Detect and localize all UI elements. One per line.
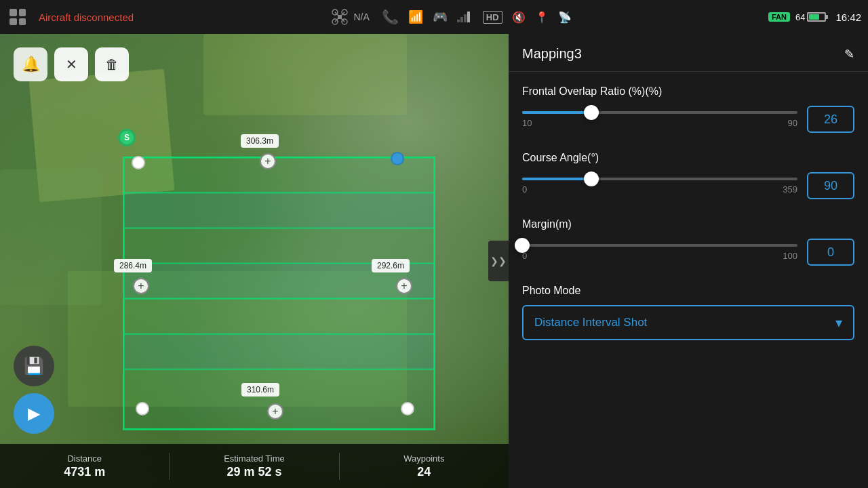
margin-label: Margin(m) <box>522 218 854 230</box>
collapse-icon: ❯❯ <box>490 256 507 266</box>
start-waypoint: S <box>118 129 136 146</box>
frontal-overlap-slider-row: 10 90 26 <box>522 106 854 133</box>
waypoints-label: Waypoints <box>345 453 503 464</box>
right-panel: Mapping3 ✎ Frontal Overlap Ratio (%)(%) … <box>509 34 868 488</box>
margin-track[interactable] <box>522 244 797 247</box>
rc-icon: 🎮 <box>433 9 448 24</box>
frontal-overlap-group: Frontal Overlap Ratio (%)(%) 10 90 26 <box>522 85 854 133</box>
status-bar: Aircraft disconnected N/A 📞 📶 🎮 <box>0 0 868 34</box>
close-button[interactable]: ✕ <box>54 47 88 81</box>
course-angle-value[interactable]: 90 <box>807 172 854 199</box>
distance-left: 286.4m <box>114 259 152 272</box>
play-icon: ▶ <box>28 404 40 423</box>
frontal-overlap-fill <box>522 111 591 114</box>
battery-fill <box>809 14 818 20</box>
main-content: 🔔 ✕ 🗑 ❯❯ S 306.3m 286.4m 292.6m 310.6m + <box>0 34 868 488</box>
grid-menu-icon[interactable] <box>7 6 28 28</box>
svg-rect-8 <box>460 17 463 22</box>
battery-percent: 64 <box>795 12 805 22</box>
hd-badge: HD <box>483 11 502 24</box>
waypoint-bottom-right[interactable] <box>401 402 414 415</box>
course-angle-max: 359 <box>783 184 797 195</box>
course-angle-track[interactable] <box>522 178 797 180</box>
waypoint-bottom-left[interactable] <box>136 402 149 415</box>
save-icon: 💾 <box>24 357 44 375</box>
photo-mode-label: Photo Mode <box>522 285 854 297</box>
play-button[interactable]: ▶ <box>14 393 54 434</box>
distance-top: 306.3m <box>241 134 279 148</box>
drone-na-label: N/A <box>353 12 369 22</box>
svg-rect-7 <box>457 20 460 22</box>
field-patch-4 <box>68 271 407 407</box>
status-bar-center: N/A 📞 📶 🎮 HD 🔇 📍 📡 <box>134 7 768 26</box>
drone-status: N/A <box>330 7 369 26</box>
location-icon: 📍 <box>535 11 549 24</box>
course-angle-slider-container: 0 359 <box>522 178 797 195</box>
svg-rect-9 <box>464 14 467 22</box>
map-top-controls: 🔔 ✕ 🗑 <box>14 47 129 81</box>
status-bar-left: Aircraft disconnected <box>7 6 134 28</box>
edit-icon[interactable]: ✎ <box>844 47 854 62</box>
frontal-overlap-range: 10 90 <box>522 118 797 128</box>
wifi-icon: 📡 <box>558 11 572 24</box>
margin-group: Margin(m) 0 100 0 <box>522 218 854 266</box>
status-icons: 📞 📶 🎮 HD 🔇 📍 📡 <box>382 9 572 25</box>
battery-indicator: 64 <box>795 12 826 22</box>
drone-icon <box>330 7 349 26</box>
add-waypoint-right[interactable]: + <box>396 278 412 294</box>
frontal-overlap-max: 90 <box>788 118 797 128</box>
distance-right: 292.6m <box>372 259 410 272</box>
course-angle-group: Course Angle(°) 0 359 90 <box>522 152 854 199</box>
svg-rect-10 <box>467 12 470 22</box>
close-icon: ✕ <box>66 56 77 73</box>
signal-icon: 📶 <box>408 9 423 24</box>
course-angle-thumb[interactable] <box>584 171 599 186</box>
add-waypoint-bottom[interactable]: + <box>267 403 283 420</box>
delete-button[interactable]: 🗑 <box>95 47 129 81</box>
panel-body: Frontal Overlap Ratio (%)(%) 10 90 26 <box>509 72 868 354</box>
add-waypoint-top[interactable]: + <box>260 153 276 169</box>
waypoints-value: 24 <box>345 465 503 479</box>
course-angle-range: 0 359 <box>522 184 797 195</box>
frontal-overlap-value[interactable]: 26 <box>807 106 854 133</box>
time-label: Estimated Time <box>175 453 333 464</box>
photo-mode-dropdown[interactable]: Distance Interval Shot ▾ <box>522 305 854 340</box>
waypoint-top-right[interactable] <box>391 152 404 165</box>
action-buttons: 💾 ▶ <box>14 346 54 434</box>
notification-button[interactable]: 🔔 <box>14 47 47 81</box>
waypoint-top-left[interactable] <box>132 156 145 169</box>
dropdown-arrow-icon: ▾ <box>835 314 842 331</box>
frontal-overlap-thumb[interactable] <box>584 105 599 120</box>
field-patch-3 <box>203 34 407 115</box>
start-label: S <box>124 133 130 142</box>
stat-waypoints: Waypoints 24 <box>340 448 509 485</box>
volume-icon: 🔇 <box>512 11 526 24</box>
photo-mode-value: Distance Interval Shot <box>534 316 647 329</box>
frontal-overlap-label: Frontal Overlap Ratio (%)(%) <box>522 85 854 98</box>
frontal-overlap-track[interactable] <box>522 111 797 114</box>
save-button[interactable]: 💾 <box>14 346 54 386</box>
signal-bars-icon <box>457 12 473 22</box>
course-angle-fill <box>522 178 591 180</box>
svg-rect-6 <box>338 15 342 19</box>
collapse-panel-button[interactable]: ❯❯ <box>488 241 509 281</box>
distance-label: Distance <box>5 453 163 464</box>
margin-value[interactable]: 0 <box>807 239 854 266</box>
battery-box <box>807 12 826 22</box>
status-bar-right: FAN 64 16:42 <box>768 12 861 23</box>
course-angle-slider-row: 0 359 90 <box>522 172 854 199</box>
stat-distance: Distance 4731 m <box>0 448 169 485</box>
bottom-stats-bar: Distance 4731 m Estimated Time 29 m 52 s… <box>0 444 509 488</box>
frontal-overlap-min: 10 <box>522 118 532 128</box>
panel-header: Mapping3 ✎ <box>509 34 868 72</box>
margin-thumb[interactable] <box>515 238 530 253</box>
map-area[interactable]: 🔔 ✕ 🗑 ❯❯ S 306.3m 286.4m 292.6m 310.6m + <box>0 34 509 488</box>
aircraft-status: Aircraft disconnected <box>39 12 134 23</box>
course-angle-min: 0 <box>522 184 527 195</box>
distance-value: 4731 m <box>5 465 163 479</box>
distance-bottom: 310.6m <box>241 383 279 396</box>
panel-title: Mapping3 <box>522 46 582 62</box>
add-waypoint-left[interactable]: + <box>133 278 149 294</box>
margin-slider-row: 0 100 0 <box>522 239 854 266</box>
margin-max: 100 <box>783 251 797 261</box>
